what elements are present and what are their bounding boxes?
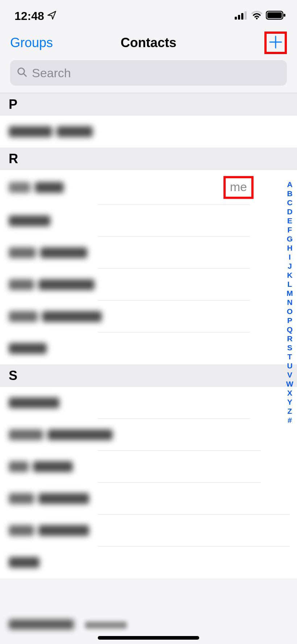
contact-name-blurred — [9, 215, 50, 226]
contact-name-blurred — [9, 397, 59, 408]
index-letter[interactable]: G — [287, 234, 293, 243]
index-letter[interactable]: E — [287, 216, 292, 225]
index-letter[interactable]: T — [288, 352, 292, 361]
status-left: 12:48 — [14, 9, 57, 23]
search-container: Search — [0, 57, 297, 93]
index-letter[interactable]: Y — [287, 397, 292, 406]
contact-name-blurred — [9, 247, 87, 258]
contact-name-blurred — [9, 525, 89, 536]
index-letter[interactable]: P — [287, 316, 292, 325]
section-header-p: P — [0, 93, 297, 116]
status-bar: 12:48 — [0, 0, 297, 28]
index-letter[interactable]: A — [287, 180, 292, 189]
contact-row[interactable] — [0, 333, 297, 364]
plus-icon — [268, 35, 283, 51]
contact-row[interactable] — [0, 387, 297, 419]
nav-bar: Groups Contacts — [0, 28, 297, 57]
index-strip[interactable]: A B C D E F G H I J K L M N O P Q R S T … — [285, 180, 294, 425]
home-indicator[interactable] — [98, 636, 199, 640]
contact-row-me[interactable]: me — [0, 170, 297, 205]
contact-name-blurred — [9, 493, 89, 504]
index-letter[interactable]: D — [287, 207, 292, 216]
index-letter[interactable]: M — [286, 289, 293, 298]
index-letter[interactable]: K — [287, 271, 292, 280]
groups-button[interactable]: Groups — [10, 35, 53, 50]
contact-name-blurred — [9, 311, 102, 322]
location-arrow-icon — [47, 9, 57, 23]
contact-row[interactable] — [0, 419, 297, 451]
svg-rect-7 — [284, 14, 285, 17]
index-letter[interactable]: # — [288, 416, 292, 425]
contact-name-blurred — [9, 343, 47, 354]
index-letter[interactable]: H — [287, 243, 292, 252]
index-letter[interactable]: N — [287, 298, 292, 307]
index-letter[interactable]: F — [288, 225, 292, 234]
contact-row[interactable] — [0, 546, 297, 578]
svg-rect-3 — [244, 11, 247, 20]
index-letter[interactable]: U — [287, 361, 292, 370]
index-letter[interactable]: O — [287, 307, 293, 316]
index-letter[interactable]: C — [287, 198, 292, 207]
contact-row[interactable] — [0, 237, 297, 269]
svg-rect-2 — [241, 13, 243, 20]
svg-rect-0 — [235, 17, 237, 20]
index-letter[interactable]: R — [287, 334, 292, 343]
wifi-icon — [251, 11, 262, 21]
contact-name-blurred — [9, 619, 74, 629]
search-placeholder: Search — [32, 66, 71, 80]
index-letter[interactable]: X — [287, 388, 292, 397]
contact-name-blurred — [9, 461, 73, 472]
contact-row[interactable] — [0, 116, 297, 148]
section-header-r: R — [0, 148, 297, 170]
contact-row[interactable] — [0, 451, 297, 483]
index-letter[interactable]: L — [288, 280, 292, 289]
contact-row[interactable] — [0, 301, 297, 333]
index-letter[interactable]: Q — [287, 325, 293, 334]
contact-name-blurred — [9, 126, 93, 137]
index-letter[interactable]: W — [286, 379, 293, 388]
contact-name-blurred — [9, 429, 113, 440]
battery-icon — [266, 11, 286, 21]
contact-name-blurred — [9, 182, 64, 193]
search-icon — [17, 67, 28, 79]
me-badge: me — [223, 176, 254, 199]
contact-name-blurred — [9, 279, 95, 290]
index-letter[interactable]: V — [287, 370, 292, 379]
contact-row[interactable] — [0, 515, 297, 546]
svg-rect-1 — [238, 15, 240, 20]
contact-name-blurred — [9, 557, 39, 568]
contact-row[interactable] — [0, 269, 297, 301]
index-letter[interactable]: Z — [288, 406, 292, 416]
contact-row[interactable] — [0, 483, 297, 515]
section-header-s: S — [0, 364, 297, 387]
index-letter[interactable]: I — [289, 252, 291, 261]
index-letter[interactable]: J — [288, 261, 292, 271]
status-right — [235, 11, 286, 21]
index-letter[interactable]: B — [287, 189, 292, 198]
search-input[interactable]: Search — [10, 60, 287, 86]
svg-point-4 — [256, 18, 258, 20]
contact-subtext-blurred — [85, 622, 127, 629]
contact-row[interactable] — [0, 205, 297, 237]
status-time: 12:48 — [14, 9, 44, 23]
add-contact-button[interactable] — [264, 32, 287, 54]
index-letter[interactable]: S — [287, 343, 292, 352]
cellular-signal-icon — [235, 11, 248, 21]
svg-rect-6 — [267, 12, 282, 18]
svg-line-11 — [24, 74, 26, 76]
